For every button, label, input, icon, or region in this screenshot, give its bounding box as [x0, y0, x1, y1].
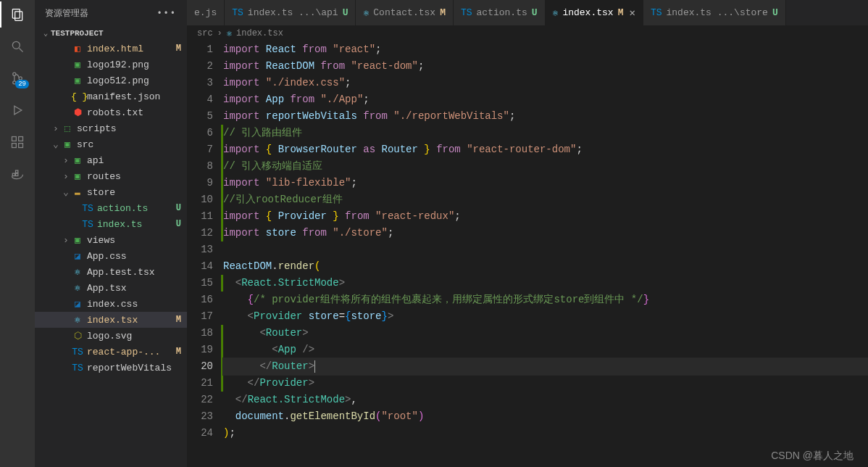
file-name: react-app-...	[87, 347, 173, 358]
editor-tab[interactable]: TSindex.ts ...\apiU	[225, 0, 356, 25]
line-numbers: 123456789101112131415161718192021222324	[187, 41, 223, 467]
code-line[interactable]: </React.StrictMode>,	[223, 392, 868, 408]
svg-rect-14	[16, 170, 18, 173]
code-lines[interactable]: import React from "react";import ReactDO…	[223, 41, 868, 467]
code-line[interactable]: import "./index.css";	[223, 75, 868, 91]
code-line[interactable]: import "lib-flexible";	[223, 175, 868, 191]
tree-item[interactable]: ▣logo512.png	[35, 73, 187, 88]
editor-tab[interactable]: ⚛Contact.tsxM	[356, 0, 453, 25]
git-status: U	[176, 203, 181, 213]
tab-status: U	[532, 7, 538, 18]
file-name: api	[87, 155, 181, 166]
svg-rect-0	[12, 9, 20, 19]
breadcrumb[interactable]: src › ⚛ index.tsx	[187, 25, 868, 41]
tree-item[interactable]: ⌄▣src	[35, 136, 187, 152]
code-line[interactable]: document.getElementById("root")	[223, 408, 868, 425]
file-name: index.html	[87, 44, 173, 54]
code-line[interactable]: import store from "./store";	[223, 225, 868, 241]
file-icon: ▣	[71, 154, 84, 166]
file-icon: ◪	[71, 250, 84, 262]
tree-item[interactable]: ◧index.htmlM	[35, 41, 187, 57]
file-name: logo512.png	[87, 75, 181, 86]
code-line[interactable]: {/* provider组件将所有的组件包裹起来，用绑定属性的形式绑定store…	[223, 292, 868, 308]
tree-item[interactable]: TSindex.tsU	[35, 216, 187, 232]
file-icon: ⬚	[61, 123, 74, 134]
tree-item[interactable]: ◪index.css	[35, 296, 187, 312]
source-control-icon[interactable]: 29	[9, 70, 26, 87]
code-editor[interactable]: 123456789101112131415161718192021222324 …	[187, 41, 868, 467]
tree-item[interactable]: TSreportWebVitals	[35, 360, 187, 376]
tree-item[interactable]: ⚛App.test.tsx	[35, 264, 187, 280]
tree-item[interactable]: ›▣routes	[35, 168, 187, 184]
editor-tab[interactable]: e.js	[187, 0, 225, 25]
editor-tabs: e.jsTSindex.ts ...\apiU⚛Contact.tsxMTSac…	[187, 0, 868, 25]
file-name: src	[77, 139, 181, 150]
tree-item[interactable]: ⚛index.tsxM	[35, 312, 187, 328]
git-status: M	[176, 44, 181, 54]
file-name: store	[87, 187, 181, 198]
code-line[interactable]: <Router>	[223, 325, 868, 342]
extensions-icon[interactable]	[9, 133, 26, 151]
svg-rect-12	[12, 173, 14, 175]
tree-item[interactable]: ›▣views	[35, 232, 187, 248]
file-name: scripts	[77, 123, 181, 134]
code-line[interactable]: // 引入移动端自适应	[223, 158, 868, 175]
tree-item[interactable]: TSreact-app-...M	[35, 344, 187, 360]
code-line[interactable]: </Provider>	[223, 375, 868, 392]
file-name: index.tsx	[87, 315, 173, 326]
code-line[interactable]: <React.StrictMode>	[223, 275, 868, 292]
code-line[interactable]: </Router>	[223, 358, 868, 375]
chevron-icon: ⌄	[51, 139, 61, 150]
close-icon[interactable]: ✕	[629, 7, 635, 19]
file-name: manifest.json	[87, 91, 181, 102]
tree-item[interactable]: ◪App.css	[35, 248, 187, 264]
code-line[interactable]: import reportWebVitals from "./reportWeb…	[223, 108, 868, 125]
activity-bar: 29	[0, 0, 35, 467]
tree-item[interactable]: TSaction.tsU	[35, 200, 187, 216]
debug-icon[interactable]	[9, 102, 26, 119]
tab-label: Contact.tsx	[373, 7, 435, 18]
file-name: logo192.png	[87, 59, 181, 70]
code-line[interactable]: <Provider store={store}>	[223, 308, 868, 325]
svg-rect-11	[19, 137, 23, 141]
file-icon: ⬢	[71, 107, 84, 118]
code-line[interactable]: import React from "react";	[223, 41, 868, 58]
search-icon[interactable]	[9, 38, 26, 55]
editor-tab[interactable]: TSindex.ts ...\storeU	[643, 0, 786, 25]
tree-item[interactable]: ⬡logo.svg	[35, 328, 187, 344]
editor-tab[interactable]: ⚛index.tsxM✕	[546, 0, 643, 25]
docker-icon[interactable]	[9, 165, 26, 183]
file-name: routes	[87, 171, 181, 182]
svg-marker-7	[14, 106, 22, 115]
chevron-icon: ›	[51, 123, 61, 134]
tree-item[interactable]: ▣logo192.png	[35, 57, 187, 73]
file-name: App.tsx	[87, 283, 181, 294]
tree-item[interactable]: ⌄▬store	[35, 184, 187, 200]
code-line[interactable]: //引入rootReducer组件	[223, 191, 868, 208]
explorer-icon[interactable]	[9, 6, 26, 23]
tree-item[interactable]: ›▣api	[35, 152, 187, 168]
file-name: action.ts	[97, 203, 173, 214]
code-line[interactable]	[223, 241, 868, 258]
code-line[interactable]: ReactDOM.render(	[223, 258, 868, 275]
editor-tab[interactable]: TSaction.tsU	[454, 0, 546, 25]
code-line[interactable]: // 引入路由组件	[223, 125, 868, 141]
file-icon: ⚛	[71, 266, 84, 278]
svg-rect-10	[19, 144, 23, 148]
tree-item[interactable]: { }manifest.json	[35, 88, 187, 104]
more-icon[interactable]: •••	[157, 9, 177, 19]
code-line[interactable]: import App from "./App";	[223, 91, 868, 108]
tab-label: e.js	[194, 7, 217, 18]
tree-item[interactable]: ⬢robots.txt	[35, 104, 187, 120]
file-name: reportWebVitals	[87, 363, 181, 373]
code-line[interactable]: import ReactDOM from "react-dom";	[223, 58, 868, 75]
code-line[interactable]: );	[223, 425, 868, 442]
tree-item[interactable]: ⚛App.tsx	[35, 280, 187, 296]
code-line[interactable]: <App />	[223, 342, 868, 358]
file-icon: ▣	[71, 59, 84, 70]
tree-item[interactable]: ›⬚scripts	[35, 120, 187, 136]
file-icon: ▣	[71, 234, 84, 246]
code-line[interactable]: import { BrowserRouter as Router } from …	[223, 141, 868, 158]
project-section[interactable]: ⌄ TESTPROJECT	[35, 25, 187, 41]
code-line[interactable]: import { Provider } from "react-redux";	[223, 208, 868, 225]
